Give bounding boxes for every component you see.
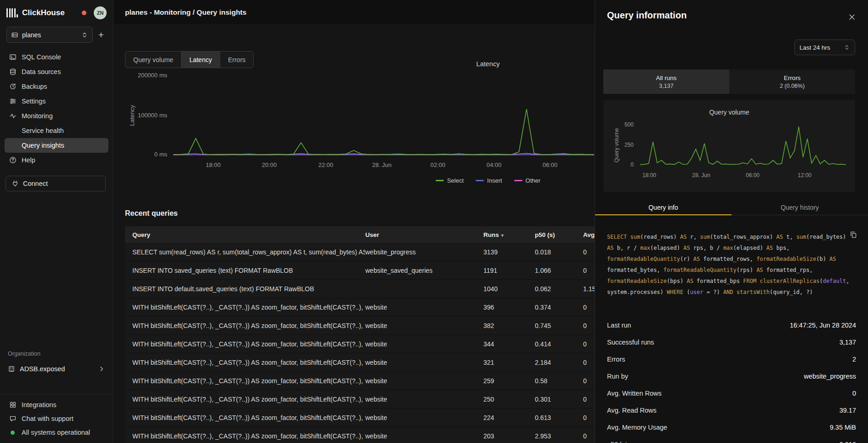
legend-insert[interactable]: Insert — [476, 177, 502, 184]
close-icon — [848, 13, 856, 21]
table-row[interactable]: WITH bitShiftLeft(CAST(?..), _CAST(?..))… — [125, 427, 595, 443]
column-header-avg[interactable]: Avg. — [583, 231, 595, 238]
sidebar-item-sql-console[interactable]: SQL Console — [5, 50, 108, 64]
user-cell: website — [365, 304, 483, 311]
sql-line: system.processes) WHERE (user = ?) AND s… — [607, 287, 848, 298]
sidebar-item-service-health[interactable]: Service health — [5, 123, 108, 138]
sidebar-item-backups[interactable]: Backups — [5, 79, 108, 94]
sidebar-item-data-sources[interactable]: Data sources — [5, 64, 108, 79]
query-cell: WITH bitShiftLeft(CAST(?..), _CAST(?..))… — [125, 340, 365, 348]
query-information-panel: Query information Last 24 hrs All runs3,… — [595, 0, 868, 443]
x-axis-tick: 06:00 — [746, 172, 760, 178]
detail-label: Last run — [607, 322, 631, 329]
stat-tab-all-runs[interactable]: All runs3,137 — [603, 69, 729, 94]
sql-line: formatReadableQuantity(r) AS formatted_r… — [607, 253, 848, 265]
avg-cell: 1.15 — [583, 285, 595, 293]
detail-row-avg-read-rows: Avg. Read Rows39.17 — [607, 402, 856, 419]
connect-icon — [11, 180, 19, 187]
p50-cell: 0.301 — [535, 396, 583, 403]
p50-cell: 0.745 — [535, 322, 583, 329]
detail-value: 0 — [852, 390, 856, 397]
legend-select[interactable]: Select — [436, 177, 464, 184]
query-cell: WITH bitShiftLeft(CAST(?..), _CAST(?..))… — [125, 432, 365, 440]
stat-tab-errors[interactable]: Errors2 (0.06%) — [729, 69, 855, 94]
y-axis-tick: 500 — [615, 121, 634, 128]
legend-swatch — [514, 180, 522, 181]
legend-label: Select — [447, 177, 464, 184]
table-row[interactable]: WITH bitShiftLeft(CAST(?..), _CAST(?..))… — [125, 353, 595, 372]
backups-icon — [9, 83, 17, 90]
sidebar-item-integrations[interactable]: Integrations — [5, 398, 108, 412]
close-button[interactable] — [847, 12, 857, 23]
clickhouse-logo-icon — [6, 8, 18, 17]
column-header-query[interactable]: Query — [125, 231, 365, 238]
table-row[interactable]: SELECT sum(read_rows) AS r, sum(total_ro… — [125, 243, 595, 261]
y-axis-tick: 200000 ms — [113, 72, 167, 79]
sidebar: ClickHouse ZN planes + SQL ConsoleData s… — [0, 0, 113, 443]
query-cell: WITH bitShiftLeft(CAST(?..), _CAST(?..))… — [125, 396, 365, 403]
time-range-select[interactable]: Last 24 hrs — [794, 40, 855, 55]
add-service-button[interactable]: + — [96, 29, 107, 40]
query-cell: WITH bitShiftLeft(CAST(?..), _CAST(?..))… — [125, 414, 365, 421]
table-row[interactable]: WITH bitShiftLeft(CAST(?..), _CAST(?..))… — [125, 390, 595, 408]
top-bar: planes - Monitoring / Query insights — [113, 0, 595, 24]
service-name: planes — [22, 31, 77, 39]
latency-chart[interactable] — [173, 64, 594, 159]
recent-queries-title: Recent queries — [125, 209, 178, 218]
column-header-runs[interactable]: Runs▾ — [483, 231, 535, 238]
chevrons-updown-icon — [81, 31, 88, 39]
sidebar-item-settings[interactable]: Settings — [5, 94, 108, 109]
table-row[interactable]: INSERT INTO saved_queries (text) FORMAT … — [125, 261, 595, 280]
query-details: Last run16:47:25, Jun 28 2024Successful … — [607, 316, 856, 443]
sidebar-item-query-insights[interactable]: Query insights — [5, 138, 108, 153]
x-axis-tick: 18:00 — [642, 172, 656, 178]
table-row[interactable]: WITH bitShiftLeft(CAST(?..), _CAST(?..))… — [125, 298, 595, 316]
sidebar-item-chat-with-support[interactable]: Chat with support — [5, 412, 108, 426]
sidebar-item-monitoring[interactable]: Monitoring — [5, 109, 108, 123]
x-axis-tick: 28. Jun — [372, 161, 392, 168]
clickhouse-logo[interactable]: ClickHouse — [6, 8, 78, 17]
user-avatar[interactable]: ZN — [94, 6, 107, 19]
page-title: planes - Monitoring / Query insights — [125, 8, 246, 17]
table-row[interactable]: WITH bitShiftLeft(CAST(?..), _CAST(?..))… — [125, 335, 595, 353]
query-volume-chart[interactable] — [640, 115, 846, 168]
y-axis-tick: 250 — [615, 142, 634, 148]
table-row[interactable]: WITH bitShiftLeft(CAST(?..), _CAST(?..))… — [125, 372, 595, 390]
p50-cell: 0.374 — [535, 304, 583, 311]
service-row: planes + — [6, 27, 107, 43]
sidebar-item-label: Query insights — [22, 142, 64, 149]
organization-icon — [8, 365, 15, 373]
organization-selector[interactable]: ADSB.exposed — [0, 362, 113, 376]
detail-value: 16:47:25, Jun 28 2024 — [790, 322, 856, 329]
runs-cell: 344 — [483, 340, 535, 348]
column-header-user[interactable]: User — [365, 231, 483, 238]
column-header-p50-s[interactable]: p50 (s) — [535, 231, 583, 238]
service-selector[interactable]: planes — [6, 27, 93, 43]
copy-icon — [850, 231, 857, 238]
main-content: planes - Monitoring / Query insights Que… — [113, 0, 595, 443]
panel-tab-query-info[interactable]: Query info — [595, 200, 732, 215]
table-row[interactable]: WITH bitShiftLeft(CAST(?..), _CAST(?..))… — [125, 316, 595, 335]
table-row[interactable]: INSERT INTO default.saved_queries (text)… — [125, 280, 595, 298]
sidebar-item-help[interactable]: Help — [5, 153, 108, 167]
p50-cell: 0.58 — [535, 377, 583, 385]
sidebar-item-all-systems-operational[interactable]: All systems operational — [5, 426, 108, 439]
detail-row-errors: Errors2 — [607, 351, 856, 368]
copy-icon[interactable] — [849, 230, 858, 241]
detail-label: Errors — [607, 356, 625, 363]
table-row[interactable]: WITH bitShiftLeft(CAST(?..), _CAST(?..))… — [125, 408, 595, 427]
notification-dot — [82, 11, 86, 15]
connect-button[interactable]: Connect — [6, 176, 106, 191]
detail-value: 3,137 — [840, 339, 856, 346]
detail-row-p50-latency: p50 latency0.018 — [607, 436, 856, 443]
panel-tab-query-history[interactable]: Query history — [732, 200, 868, 215]
y-axis-tick: 0 ms — [113, 151, 167, 158]
tab-query-volume[interactable]: Query volume — [125, 52, 181, 68]
detail-value: 9.35 MiB — [830, 424, 856, 431]
avg-cell: 0 — [583, 340, 595, 348]
x-axis-tick: 04:00 — [487, 161, 502, 168]
user-cell: website — [365, 340, 483, 348]
detail-label: p50 latency — [607, 441, 641, 443]
legend-other[interactable]: Other — [514, 177, 541, 184]
status-dot — [11, 431, 15, 435]
